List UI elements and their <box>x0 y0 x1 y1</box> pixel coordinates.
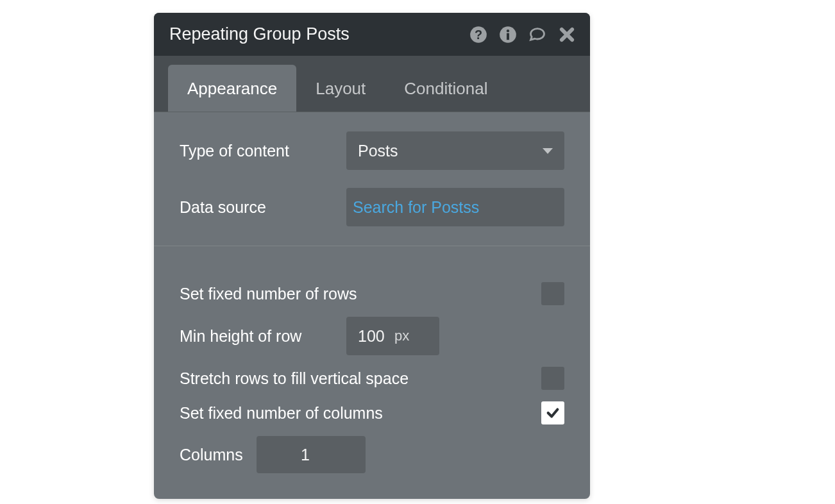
field-min-height: Min height of row px <box>180 317 564 355</box>
comment-icon[interactable] <box>528 26 546 44</box>
columns-dropdown[interactable]: 1 <box>257 436 366 473</box>
field-set-fixed-cols: Set fixed number of columns <box>180 401 564 424</box>
field-type-of-content: Type of content Posts <box>180 131 564 170</box>
min-height-input[interactable] <box>346 317 394 355</box>
set-fixed-cols-label: Set fixed number of columns <box>180 404 541 423</box>
panel-header: Repeating Group Posts ? <box>154 13 590 56</box>
tab-bar: Appearance Layout Conditional <box>154 56 590 112</box>
min-height-input-group: px <box>346 317 439 355</box>
tab-appearance[interactable]: Appearance <box>168 65 296 112</box>
close-icon[interactable] <box>558 26 576 44</box>
data-source-value: Search for Postss <box>353 198 479 217</box>
columns-label: Columns <box>180 446 257 464</box>
set-fixed-rows-checkbox[interactable] <box>541 282 564 305</box>
section-data: Type of content Posts Data source Search… <box>154 112 590 246</box>
info-icon[interactable] <box>499 26 517 44</box>
property-editor-panel: Repeating Group Posts ? Appearance Layou… <box>154 13 590 499</box>
section-layout-settings: Set fixed number of rows Min height of r… <box>154 246 590 499</box>
svg-point-3 <box>507 29 509 32</box>
min-height-unit: px <box>394 328 409 344</box>
field-stretch-rows: Stretch rows to fill vertical space <box>180 367 564 390</box>
type-of-content-value: Posts <box>358 142 398 160</box>
header-actions: ? <box>469 26 576 44</box>
data-source-label: Data source <box>180 198 346 217</box>
min-height-unit-dropdown[interactable]: px <box>394 317 421 355</box>
set-fixed-rows-label: Set fixed number of rows <box>180 285 541 303</box>
field-columns: Columns 1 <box>180 436 564 473</box>
stretch-rows-checkbox[interactable] <box>541 367 564 390</box>
columns-value: 1 <box>257 446 354 464</box>
stretch-rows-label: Stretch rows to fill vertical space <box>180 369 541 388</box>
check-icon <box>546 406 560 420</box>
min-height-label: Min height of row <box>180 327 346 346</box>
data-source-expression[interactable]: Search for Postss <box>346 188 564 226</box>
svg-rect-4 <box>507 33 509 39</box>
panel-title: Repeating Group Posts <box>169 24 350 44</box>
help-icon[interactable]: ? <box>469 26 487 44</box>
tab-conditional[interactable]: Conditional <box>385 65 507 112</box>
field-data-source: Data source Search for Postss <box>180 188 564 226</box>
set-fixed-cols-checkbox[interactable] <box>541 401 564 424</box>
type-of-content-dropdown[interactable]: Posts <box>346 131 564 170</box>
field-set-fixed-rows: Set fixed number of rows <box>180 282 564 305</box>
caret-down-icon <box>543 148 553 154</box>
tab-layout[interactable]: Layout <box>296 65 385 112</box>
svg-text:?: ? <box>475 28 482 42</box>
type-of-content-label: Type of content <box>180 142 346 160</box>
